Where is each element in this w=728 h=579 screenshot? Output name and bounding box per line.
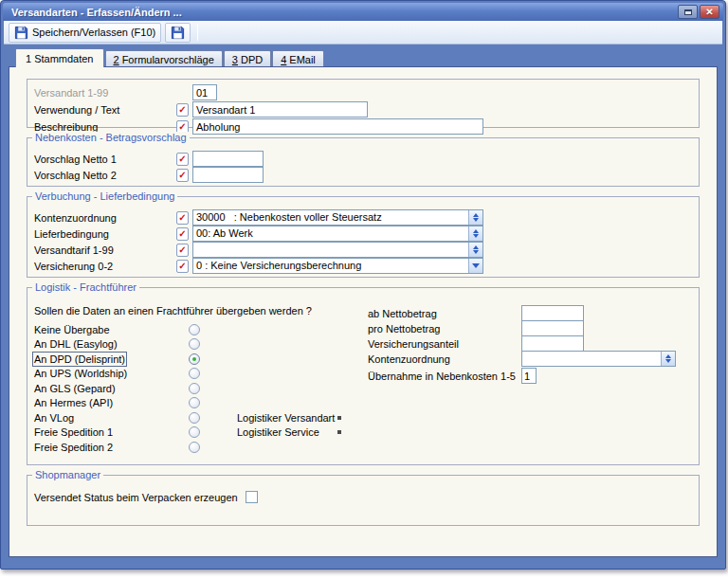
versicherung-label: Versicherung 0-2 <box>34 261 176 272</box>
radio-button-hermes[interactable] <box>189 397 200 408</box>
sort-arrows-icon <box>665 354 671 358</box>
group-verbuchung: Verbuchung - Lieferbedingung Kontenzuord… <box>27 196 700 278</box>
vorschlag-netto2-label: Vorschlag Netto 2 <box>34 170 176 181</box>
tab-dpd[interactable]: 3 DPD <box>224 50 271 67</box>
tab-label: Stammdaten <box>34 53 93 64</box>
save-exit-button[interactable]: Speichern/Verlassen (F10) <box>9 23 161 43</box>
edit-check-icon[interactable]: ✓ <box>176 103 189 117</box>
vorschlag-netto2-input[interactable] <box>192 167 264 183</box>
radio-row: An GLS (Gepard) <box>34 381 200 395</box>
app-window: Versandarten - Erfassen/Ändern ... ✕ Spe… <box>0 0 726 570</box>
sort-arrows-icon <box>473 250 479 254</box>
edit-check-icon[interactable]: ✓ <box>176 244 189 257</box>
floppy-disk-icon <box>14 26 28 40</box>
radio-button-ups[interactable] <box>189 368 200 379</box>
ab-nettobetrag-label: ab Nettobetrag <box>368 308 521 319</box>
tab-number: 1 <box>26 53 31 64</box>
radio-button-spedition1[interactable] <box>189 426 200 438</box>
radio-option-label: An GLS (Gepard) <box>34 383 189 394</box>
lookup-button[interactable] <box>661 352 675 366</box>
verwendung-input[interactable]: Versandart 1 <box>192 101 368 118</box>
sort-arrows-icon <box>473 234 479 238</box>
radio-button-spedition2[interactable] <box>189 442 200 453</box>
radio-button-keine-uebergabe[interactable] <box>189 324 200 335</box>
field-row: ab Nettobetrag <box>368 305 584 321</box>
tab-number: 3 <box>232 54 238 65</box>
tab-stammdaten[interactable]: 1 Stammdaten <box>15 48 104 67</box>
tab-email[interactable]: 4 EMail <box>272 50 324 67</box>
radio-button-dpd[interactable] <box>189 353 200 365</box>
radio-row: An DPD (Delisprint) <box>34 352 200 366</box>
edit-check-icon[interactable]: ✓ <box>176 227 189 241</box>
field-row: Verwendung / Text ✓ Versandart 1 <box>27 101 699 118</box>
window-title: Versandarten - Erfassen/Ändern ... <box>11 7 676 18</box>
field-row: Kontenzuordnung ✓ 30000 : Nebenkosten vo… <box>27 209 699 226</box>
dropdown-button[interactable] <box>468 259 482 273</box>
save-exit-label: Speichern/Verlassen (F10) <box>32 27 155 38</box>
lookup-button[interactable] <box>468 243 482 257</box>
radio-option-text: An UPS (Worldship) <box>34 368 127 379</box>
save-button[interactable] <box>165 23 191 43</box>
radio-row: An VLog <box>34 410 200 425</box>
pro-nettobetrag-input[interactable] <box>521 320 584 336</box>
radio-option-text: An GLS (Gepard) <box>34 383 116 394</box>
versicherungsanteil-input[interactable] <box>521 335 584 352</box>
vorschlag-netto1-input[interactable] <box>192 151 264 167</box>
versicherung-dropdown[interactable]: 0 : Keine Versicherungsberechnung <box>192 258 483 274</box>
uebernahme-input[interactable]: 1 <box>521 368 537 384</box>
radio-row: Freie Spedition 1 <box>34 425 200 439</box>
edit-check-icon[interactable]: ✓ <box>176 153 189 166</box>
sort-arrows-icon <box>473 213 479 217</box>
radio-option-label: An DHL (Easylog) <box>34 338 189 350</box>
field-row: Versandtarif 1-99 ✓ <box>27 242 699 258</box>
group-legend: Verbuchung - Lieferbedingung <box>32 190 177 203</box>
combo-value: 0 : Keine Versicherungsberechnung <box>193 259 468 273</box>
pro-nettobetrag-label: pro Nettobetrag <box>368 323 521 335</box>
field-row: Lieferbedingung ✓ 00: Ab Werk <box>27 226 699 242</box>
floppy-disk-icon <box>171 26 185 40</box>
lookup-button[interactable] <box>468 210 482 225</box>
versandtarif-combo[interactable] <box>192 242 483 258</box>
ab-nettobetrag-input[interactable] <box>521 305 584 321</box>
lieferbedingung-label: Lieferbedingung <box>34 228 176 240</box>
combo-value: 00: Ab Werk <box>193 226 468 241</box>
edit-check-icon[interactable]: ✓ <box>176 211 189 225</box>
lieferbedingung-combo[interactable]: 00: Ab Werk <box>192 226 483 242</box>
tab-formularvorschlaege[interactable]: 2 Formularvorschläge <box>105 50 223 67</box>
versendet-status-checkbox[interactable] <box>246 491 258 503</box>
restore-icon <box>684 9 692 15</box>
logistik-kontenzuordnung-label: Kontenzuordnung <box>368 353 521 365</box>
group-nebenkosten: Nebenkosten - Betragsvorschlag Vorschlag… <box>27 137 700 187</box>
radio-button-vlog[interactable] <box>189 412 200 424</box>
radio-row: An UPS (Worldship) <box>34 366 200 380</box>
tab-number: 4 <box>281 54 286 65</box>
versandart-input[interactable]: 01 <box>192 84 217 100</box>
tab-number: 2 <box>114 54 119 65</box>
kontenzuordnung-label: Kontenzuordnung <box>34 212 176 224</box>
edit-check-icon[interactable]: ✓ <box>176 169 189 182</box>
radio-option-text: An VLog <box>34 412 74 424</box>
radio-row: An Hermes (API) <box>34 395 200 409</box>
group-legend: Shopmanager <box>32 469 103 481</box>
lookup-button[interactable] <box>468 226 482 241</box>
radio-row: Freie Spedition 2 <box>34 440 200 454</box>
value-indicator-square <box>337 430 341 434</box>
tab-label: Formularvorschläge <box>122 54 214 65</box>
radio-button-gls[interactable] <box>189 383 200 394</box>
radio-option-text: An Hermes (API) <box>34 397 113 408</box>
tab-strip: 1 Stammdaten 2 Formularvorschläge 3 DPD … <box>15 48 325 67</box>
close-button[interactable]: ✕ <box>700 5 719 19</box>
beschreibung-input[interactable]: Abholung <box>192 118 483 135</box>
logistik-kontenzuordnung-combo[interactable] <box>521 351 676 367</box>
group-logistik: Logistik - Frachtführer Sollen die Daten… <box>27 287 700 465</box>
title-bar[interactable]: Versandarten - Erfassen/Ändern ... ✕ <box>3 3 723 21</box>
edit-check-icon[interactable]: ✓ <box>176 260 189 273</box>
combo-value <box>522 352 661 366</box>
versicherungsanteil-label: Versicherungsanteil <box>368 338 521 350</box>
sort-arrows-icon <box>473 229 479 233</box>
kontenzuordnung-combo[interactable]: 30000 : Nebenkosten voller Steuersatz <box>192 209 483 226</box>
radio-button-dhl[interactable] <box>189 338 200 350</box>
radio-row: Keine Übergabe <box>34 322 200 336</box>
restore-button[interactable] <box>678 5 698 19</box>
verwendung-label: Verwendung / Text <box>34 104 176 116</box>
